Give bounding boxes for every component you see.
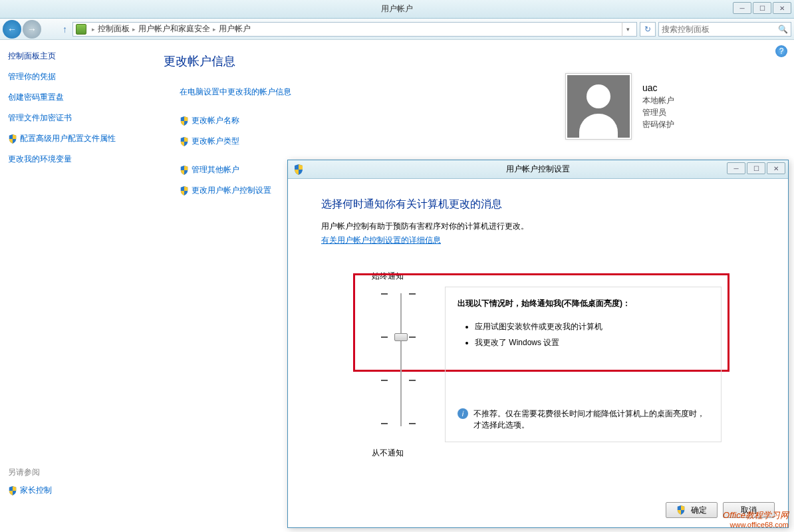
slider-tick: [381, 380, 421, 381]
sidebar-link-profile-props[interactable]: 配置高级用户配置文件属性: [8, 133, 129, 144]
link-label: 更改帐户名称: [192, 115, 239, 126]
sidebar: 控制面板主页 管理你的凭据 创建密码重置盘 管理文件加密证书 配置高级用户配置文…: [0, 40, 137, 532]
link-label: 管理其他帐户: [192, 164, 239, 176]
dialog-title: 用户帐户控制设置: [506, 164, 570, 175]
watermark: Office教程学习网 www.office68.com: [723, 510, 789, 529]
help-icon[interactable]: ?: [775, 45, 787, 57]
titlebar: 用户帐户 ─ ☐ ✕: [0, 0, 794, 19]
dialog-titlebar[interactable]: 用户帐户控制设置 ─ ☐ ✕: [288, 160, 788, 179]
action-group-1: 更改帐户名称 更改帐户类型: [164, 115, 767, 147]
chevron-right-icon: ▸: [132, 26, 136, 33]
slider-tick: [381, 423, 421, 424]
breadcrumb-item-0[interactable]: 控制面板: [98, 23, 130, 35]
watermark-line1: Office教程学习网: [723, 510, 789, 521]
navbar: ← → ↑ ▸ 控制面板 ▸ 用户帐户和家庭安全 ▸ 用户帐户 ▾ ↻ 🔍: [0, 19, 794, 40]
breadcrumb-item-2[interactable]: 用户帐户: [219, 23, 251, 35]
slider-track: [400, 293, 402, 426]
sidebar-link-encryption[interactable]: 管理文件加密证书: [8, 112, 129, 124]
shield-icon: [180, 166, 189, 175]
link-label: 更改帐户类型: [192, 136, 239, 147]
chevron-right-icon: ▸: [92, 26, 95, 33]
search-input[interactable]: [662, 25, 778, 34]
notify-list: 应用试图安装软件或更改我的计算机 我更改了 Windows 设置: [475, 319, 709, 350]
dialog-minimize-button[interactable]: ─: [727, 162, 745, 174]
breadcrumb-dropdown[interactable]: ▾: [622, 22, 634, 37]
link-change-in-settings[interactable]: 在电脑设置中更改我的帐户信息: [180, 86, 767, 98]
uac-dialog: 用户帐户控制设置 ─ ☐ ✕ 选择何时通知你有关计算机更改的消息 用户帐户控制有…: [287, 160, 789, 528]
see-also: 另请参阅 家长控制: [8, 467, 52, 505]
shield-icon: [676, 505, 686, 515]
dialog-window-controls: ─ ☐ ✕: [727, 162, 785, 174]
dialog-more-info-link[interactable]: 有关用户帐户控制设置的详细信息: [321, 235, 441, 245]
search-icon[interactable]: 🔍: [778, 25, 788, 34]
user-info: uac 本地帐户 管理员 密码保护: [642, 82, 674, 130]
see-also-heading: 另请参阅: [8, 467, 52, 478]
user-type: 本地帐户: [642, 94, 674, 106]
notify-recommendation: i 不推荐。仅在需要花费很长时间才能降低计算机上的桌面亮度时，才选择此选项。: [458, 408, 709, 431]
breadcrumb-item-1[interactable]: 用户帐户和家庭安全: [138, 23, 210, 35]
action-group-0: 在电脑设置中更改我的帐户信息: [164, 86, 767, 98]
dialog-close-button[interactable]: ✕: [767, 162, 785, 174]
shield-icon: [180, 116, 189, 126]
shield-icon: [180, 137, 189, 146]
ok-button[interactable]: 确定: [666, 502, 718, 518]
breadcrumb[interactable]: ▸ 控制面板 ▸ 用户帐户和家庭安全 ▸ 用户帐户 ▾: [72, 22, 637, 37]
link-change-name[interactable]: 更改帐户名称: [180, 115, 767, 126]
notify-description-box: 出现以下情况时，始终通知我(不降低桌面亮度)： 应用试图安装软件或更改我的计算机…: [445, 287, 722, 442]
user-name: uac: [642, 82, 674, 93]
shield-icon: [293, 164, 304, 175]
notify-item: 应用试图安装软件或更改我的计算机: [475, 319, 709, 334]
sidebar-link-label: 配置高级用户配置文件属性: [20, 133, 116, 144]
dialog-desc: 用户帐户控制有助于预防有害程序对你的计算机进行更改。: [321, 221, 755, 232]
avatar-frame: [565, 73, 632, 140]
user-pw: 密码保护: [642, 118, 674, 130]
shield-icon: [8, 134, 17, 144]
slider-thumb[interactable]: [394, 333, 408, 341]
uac-slider[interactable]: [381, 287, 421, 446]
back-button[interactable]: ←: [3, 20, 21, 39]
chevron-right-icon: ▸: [213, 26, 216, 33]
refresh-button[interactable]: ↻: [640, 22, 656, 37]
up-button[interactable]: ↑: [63, 24, 67, 35]
link-label: 更改用户帐户控制设置: [192, 185, 271, 196]
dialog-maximize-button[interactable]: ☐: [747, 162, 765, 174]
breadcrumb-icon: [76, 24, 86, 35]
maximize-button[interactable]: ☐: [753, 2, 771, 14]
minimize-button[interactable]: ─: [733, 2, 751, 14]
page-title: 更改帐户信息: [164, 53, 767, 69]
shield-icon: [180, 186, 189, 196]
link-change-type[interactable]: 更改帐户类型: [180, 136, 767, 147]
window-title: 用户帐户: [381, 3, 413, 15]
shield-icon: [8, 486, 17, 495]
dialog-heading: 选择何时通知你有关计算机更改的消息: [321, 198, 755, 211]
watermark-line2: www.office68.com: [723, 521, 789, 529]
sidebar-link-credentials[interactable]: 管理你的凭据: [8, 71, 129, 82]
user-tile: uac 本地帐户 管理员 密码保护: [565, 73, 674, 140]
dialog-body: 选择何时通知你有关计算机更改的消息 用户帐户控制有助于预防有害程序对你的计算机进…: [288, 179, 788, 527]
notify-heading: 出现以下情况时，始终通知我(不降低桌面亮度)：: [458, 298, 709, 309]
see-also-label: 家长控制: [20, 485, 52, 496]
sidebar-home-link[interactable]: 控制面板主页: [8, 51, 129, 62]
info-icon: i: [458, 408, 468, 419]
user-role: 管理员: [642, 106, 674, 118]
slider-tick: [381, 293, 421, 295]
window-controls: ─ ☐ ✕: [733, 2, 791, 14]
avatar: [567, 75, 630, 138]
close-button[interactable]: ✕: [773, 2, 791, 14]
notify-info-text: 不推荐。仅在需要花费很长时间才能降低计算机上的桌面亮度时，才选择此选项。: [473, 408, 709, 431]
notify-item: 我更改了 Windows 设置: [475, 334, 709, 350]
search-box[interactable]: 🔍: [658, 22, 791, 37]
sidebar-link-password-reset[interactable]: 创建密码重置盘: [8, 92, 129, 103]
ok-label: 确定: [691, 505, 707, 516]
forward-button[interactable]: →: [23, 20, 41, 39]
see-also-parental[interactable]: 家长控制: [8, 485, 52, 496]
slider-label-never: 从不通知: [372, 448, 404, 459]
sidebar-link-env-vars[interactable]: 更改我的环境变量: [8, 154, 129, 165]
